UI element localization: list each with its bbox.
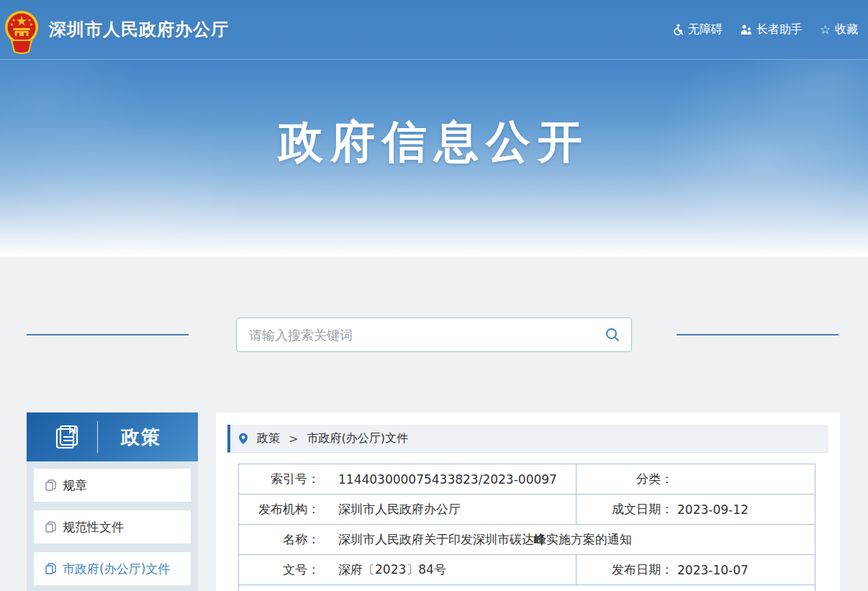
accessibility-label: 无障碍 [688, 22, 723, 37]
sidebar-item-label: 市政府(办公厅)文件 [63, 561, 170, 577]
document-info-table: 索引号： 114403000075433823/2023-00097 分类： 发… [238, 464, 815, 591]
breadcrumb-separator: > [289, 432, 298, 446]
table-row-partial [239, 585, 815, 591]
table-row: 名称： 深圳市人民政府关于印发深圳市碳达峰实施方案的通知 [239, 525, 815, 555]
breadcrumb-current: 市政府(办公厅)文件 [307, 431, 407, 446]
publish-date-cell: 发布日期： 2023-10-07 [576, 555, 815, 585]
publish-date-label: 发布日期： [610, 561, 673, 578]
table-row: 发布机构： 深圳市人民政府办公厅 成文日期： 2023-09-12 [239, 495, 815, 525]
doc-number-value: 深府〔2023〕84号 [338, 561, 446, 578]
document-name-value: 深圳市人民政府关于印发深圳市碳达峰实施方案的通知 [338, 531, 632, 548]
breadcrumb: 政策 > 市政府(办公厅)文件 [227, 425, 828, 453]
sidebar-header-divider [97, 421, 98, 453]
publisher-value: 深圳市人民政府办公厅 [338, 501, 461, 518]
issue-date-cell: 成文日期： 2023-09-12 [576, 495, 815, 524]
publisher-label: 发布机构： [245, 501, 320, 518]
doc-number-label: 文号： [245, 561, 320, 578]
elder-assist-link[interactable]: 长者助手 [740, 22, 803, 37]
location-pin-icon [238, 433, 248, 445]
table-row: 文号： 深府〔2023〕84号 发布日期： 2023-10-07 [239, 555, 815, 585]
decorative-line-right [677, 334, 838, 335]
category-label: 分类： [610, 471, 673, 487]
document-icon [45, 479, 56, 491]
sidebar-item-label: 规章 [63, 477, 87, 494]
index-number-label: 索引号： [245, 471, 320, 487]
main-content-panel: 政策 > 市政府(办公厅)文件 索引号： 114403000075433823/… [216, 412, 840, 591]
document-icon [45, 521, 56, 533]
elder-assist-label: 长者助手 [756, 22, 803, 37]
publisher-cell: 发布机构： 深圳市人民政府办公厅 [239, 495, 576, 524]
issue-date-value: 2023-09-12 [677, 502, 749, 517]
search-icon [605, 327, 620, 343]
sidebar-header: 政策 [27, 412, 198, 461]
star-icon: ☆ [820, 24, 831, 36]
accessibility-link[interactable]: 无障碍 [672, 22, 723, 37]
policy-sidebar: 政策 规章 规范性文件 [27, 412, 198, 591]
site-title: 深圳市人民政府办公厅 [49, 18, 229, 41]
doc-number-cell: 文号： 深府〔2023〕84号 [239, 555, 576, 585]
index-number-cell: 索引号： 114403000075433823/2023-00097 [239, 464, 576, 494]
document-name-label: 名称： [245, 531, 320, 548]
page-banner: 政府信息公开 [0, 60, 868, 256]
search-highlight: 峰 [534, 532, 546, 546]
sidebar-item-label: 规范性文件 [63, 519, 124, 536]
issue-date-label: 成文日期： [610, 501, 673, 518]
empty-cell [239, 585, 815, 591]
wheelchair-icon [672, 24, 684, 36]
national-emblem-icon [4, 9, 39, 55]
sidebar-item-normative-documents[interactable]: 规范性文件 [34, 510, 191, 543]
decorative-line-left [27, 334, 189, 335]
search-box [236, 317, 632, 352]
favorite-link[interactable]: ☆ 收藏 [820, 22, 858, 37]
sidebar-items: 规章 规范性文件 市政府(办公厅)文件 [27, 461, 198, 585]
publish-date-value: 2023-10-07 [677, 563, 749, 577]
site-logo-home-link[interactable]: 深圳市人民政府办公厅 [4, 4, 229, 55]
document-icon [45, 563, 56, 574]
top-header-bar: 深圳市人民政府办公厅 无障碍 长者助手 ☆ 收藏 [0, 0, 868, 60]
document-name-cell: 名称： 深圳市人民政府关于印发深圳市碳达峰实施方案的通知 [239, 525, 815, 554]
sidebar-item-regulations[interactable]: 规章 [34, 469, 191, 502]
policy-book-icon [53, 423, 81, 451]
favorite-label: 收藏 [835, 22, 858, 37]
sidebar-title: 政策 [121, 425, 161, 450]
search-button[interactable] [594, 318, 631, 351]
breadcrumb-link-policy[interactable]: 政策 [257, 431, 280, 446]
page-title: 政府信息公开 [0, 112, 868, 172]
table-row: 索引号： 114403000075433823/2023-00097 分类： [239, 464, 815, 495]
search-input[interactable] [237, 318, 594, 351]
index-number-value: 114403000075433823/2023-00097 [338, 472, 557, 487]
sidebar-item-municipal-government-documents[interactable]: 市政府(办公厅)文件 [34, 552, 191, 585]
header-utility-links: 无障碍 长者助手 ☆ 收藏 [672, 0, 858, 60]
elder-helper-icon [740, 24, 752, 36]
category-cell: 分类： [576, 464, 815, 494]
